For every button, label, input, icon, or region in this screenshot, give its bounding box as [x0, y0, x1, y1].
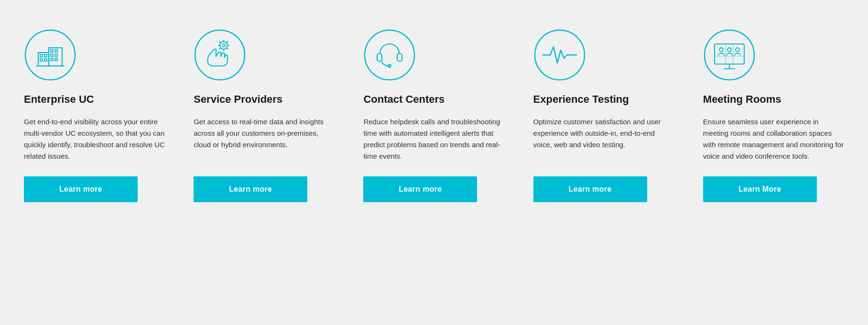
meeting-rooms-learn-more-button[interactable]: Learn More	[703, 176, 817, 202]
svg-rect-26	[377, 54, 382, 61]
svg-point-14	[195, 30, 245, 80]
svg-rect-10	[55, 54, 57, 56]
svg-line-22	[227, 48, 228, 49]
card-experience-testing: Experience Testing Optimize customer sat…	[524, 19, 684, 217]
card-service-providers: Service Providers Get access to real-tim…	[184, 19, 344, 217]
card-enterprise-uc: Enterprise UC Get end-to-end visibility …	[14, 19, 174, 217]
svg-rect-8	[55, 50, 57, 52]
svg-point-35	[736, 48, 739, 52]
experience-testing-icon	[533, 29, 586, 81]
svg-rect-11	[51, 58, 53, 61]
svg-rect-9	[51, 54, 53, 56]
meeting-rooms-title: Meeting Rooms	[703, 93, 781, 107]
svg-point-34	[719, 48, 723, 52]
meeting-rooms-description: Ensure seamless user experience in meeti…	[703, 116, 844, 162]
svg-rect-6	[44, 59, 47, 61]
svg-rect-4	[44, 54, 47, 57]
cards-container: Enterprise UC Get end-to-end visibility …	[0, 0, 868, 236]
contact-centers-learn-more-button[interactable]: Learn more	[363, 176, 477, 202]
svg-point-0	[25, 30, 75, 80]
enterprise-uc-description: Get end-to-end visibility across your en…	[24, 116, 165, 162]
svg-point-36	[727, 48, 731, 52]
svg-rect-12	[55, 58, 57, 61]
card-contact-centers: Contact Centers Reduce helpdesk calls an…	[354, 19, 514, 217]
service-providers-title: Service Providers	[194, 93, 282, 107]
svg-point-15	[220, 42, 228, 49]
enterprise-uc-title: Enterprise UC	[24, 93, 94, 107]
svg-rect-7	[51, 50, 53, 52]
experience-testing-description: Optimize customer satisfaction and user …	[533, 116, 674, 162]
svg-point-25	[365, 30, 414, 80]
experience-testing-title: Experience Testing	[533, 93, 629, 107]
contact-centers-description: Reduce helpdesk calls and troubleshootin…	[363, 116, 504, 162]
enterprise-uc-icon	[24, 29, 76, 81]
card-meeting-rooms: Meeting Rooms Ensure seamless user exper…	[694, 19, 854, 217]
svg-rect-27	[397, 54, 402, 61]
service-providers-learn-more-button[interactable]: Learn more	[194, 176, 307, 202]
svg-rect-5	[40, 59, 43, 61]
contact-centers-title: Contact Centers	[363, 93, 445, 107]
contact-centers-icon	[363, 29, 416, 81]
svg-line-21	[219, 42, 220, 43]
svg-rect-3	[40, 54, 43, 57]
svg-line-24	[219, 48, 220, 49]
enterprise-uc-learn-more-button[interactable]: Learn more	[24, 176, 138, 202]
svg-point-30	[705, 30, 754, 80]
service-providers-icon	[194, 29, 246, 81]
experience-testing-learn-more-button[interactable]: Learn more	[533, 176, 647, 202]
meeting-rooms-icon	[703, 29, 756, 81]
service-providers-description: Get access to real-time data and insight…	[194, 116, 335, 162]
svg-line-23	[227, 42, 228, 43]
svg-point-16	[222, 44, 225, 47]
